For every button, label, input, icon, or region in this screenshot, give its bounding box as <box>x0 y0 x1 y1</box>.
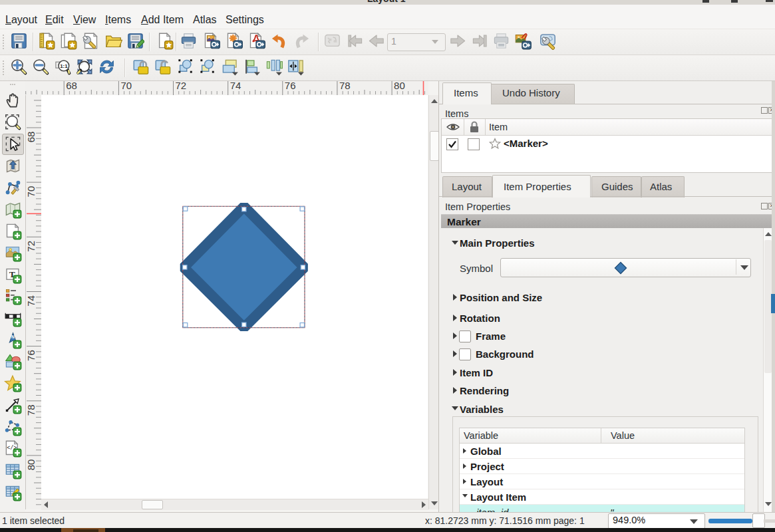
svg-text:72: 72 <box>176 81 187 91</box>
svg-text:78: 78 <box>26 404 37 416</box>
svg-text:68: 68 <box>26 132 37 143</box>
svg-text:N: N <box>11 334 15 339</box>
svg-text:70: 70 <box>26 186 37 198</box>
svg-text:72: 72 <box>26 241 37 252</box>
svg-text:80: 80 <box>26 460 37 471</box>
svg-text:68: 68 <box>66 81 77 91</box>
svg-text:1:1: 1:1 <box>60 63 68 69</box>
svg-text:70: 70 <box>120 81 132 91</box>
svg-text:76: 76 <box>285 81 296 91</box>
svg-text:74: 74 <box>26 295 37 307</box>
svg-text:78: 78 <box>339 81 351 91</box>
svg-text:76: 76 <box>26 350 37 361</box>
svg-text:74: 74 <box>230 81 241 91</box>
svg-text:80: 80 <box>394 81 405 91</box>
